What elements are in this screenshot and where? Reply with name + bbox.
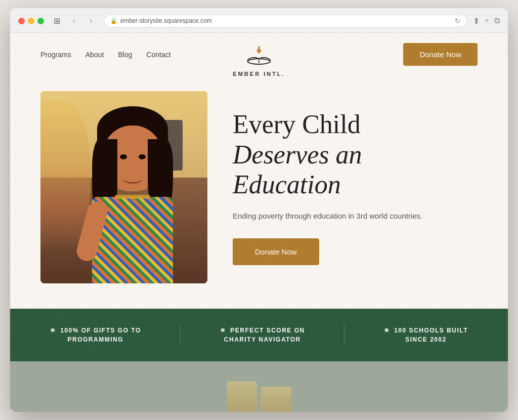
refresh-icon[interactable]: ↻ [455, 17, 460, 25]
nav-about[interactable]: About [85, 51, 104, 59]
hero-content: Every Child Deserves an Education Ending… [233, 109, 478, 265]
stat-divider-1 [180, 325, 181, 345]
browser-nav: ⊞ ‹ › [50, 14, 98, 27]
hero-title: Every Child Deserves an Education [233, 109, 478, 200]
stat-item-3: ✳ 100 SCHOOLS BUILTSINCE 2002 [384, 326, 468, 344]
copy-icon[interactable]: ⧉ [494, 16, 500, 26]
url-text: ember-storysite.squarespace.com [120, 17, 212, 24]
nav-programs[interactable]: Programs [40, 51, 71, 59]
lock-icon: 🔒 [110, 18, 117, 24]
site-header: Programs About Blog Contact [10, 33, 508, 76]
share-icon[interactable]: ⬆ [473, 16, 480, 26]
stats-bar: ✳ 100% OF GIFTS GO TOPROGRAMMING ✳ PERFE… [10, 309, 508, 361]
stat-label-3: ✳ 100 SCHOOLS BUILTSINCE 2002 [384, 326, 468, 344]
nav-blog[interactable]: Blog [118, 51, 132, 59]
hero-title-line1: Every Child [233, 110, 361, 139]
minimize-button[interactable] [28, 18, 34, 24]
hero-title-line3: Education [233, 170, 341, 199]
hero-subtitle: Ending poverty through education in 3rd … [233, 210, 478, 222]
hero-donate-button[interactable]: Donate Now [233, 238, 319, 265]
back-button[interactable]: ‹ [67, 14, 80, 27]
hero-image [40, 91, 207, 283]
stat-item-2: ✳ PERFECT SCORE ONCHARITY NAVIGATOR [220, 326, 305, 344]
logo-text: EMBER INTL. [233, 71, 285, 77]
site-logo: EMBER INTL. [233, 42, 285, 77]
nav-contact[interactable]: Contact [146, 51, 170, 59]
stat-icon-1: ✳ [50, 327, 56, 334]
address-bar[interactable]: 🔒 ember-storysite.squarespace.com ↻ [104, 15, 467, 27]
maximize-button[interactable] [37, 18, 44, 24]
browser-actions: ⬆ + ⧉ [473, 16, 500, 26]
view-toggle[interactable]: ⊞ [50, 14, 63, 27]
logo-icon [245, 42, 273, 70]
stat-icon-2: ✳ [220, 327, 226, 334]
hero-section: Every Child Deserves an Education Ending… [10, 76, 508, 309]
stat-icon-3: ✳ [384, 327, 390, 334]
browser-chrome: ⊞ ‹ › 🔒 ember-storysite.squarespace.com … [10, 8, 508, 33]
stat-label-1: ✳ 100% OF GIFTS GO TOPROGRAMMING [50, 326, 141, 344]
hero-title-line2: Deserves an [233, 140, 362, 169]
forward-button[interactable]: › [84, 14, 98, 27]
new-tab-icon[interactable]: + [485, 16, 489, 26]
stat-item-1: ✳ 100% OF GIFTS GO TOPROGRAMMING [50, 326, 141, 344]
header-donate-button[interactable]: Donate Now [403, 43, 478, 66]
traffic-lights [18, 18, 44, 24]
stat-divider-2 [344, 325, 344, 345]
close-button[interactable] [18, 18, 25, 24]
website-content: Programs About Blog Contact [10, 33, 508, 412]
stat-label-2: ✳ PERFECT SCORE ONCHARITY NAVIGATOR [220, 326, 305, 344]
main-nav: Programs About Blog Contact [40, 51, 171, 59]
browser-window: ⊞ ‹ › 🔒 ember-storysite.squarespace.com … [10, 8, 508, 412]
bottom-section [10, 361, 508, 412]
